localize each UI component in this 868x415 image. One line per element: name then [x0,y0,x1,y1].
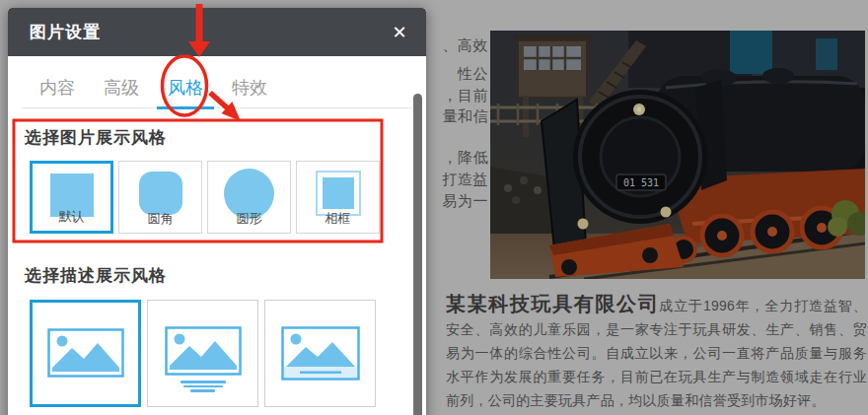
tab-advanced[interactable]: 高级 [93,76,150,109]
clipped-text-line: ，目前 [443,87,489,105]
style-option-label: 圆角 [119,210,201,228]
style-option-rounded[interactable]: 圆角 [118,161,202,234]
company-paragraph: 某某科技玩具有限公司成立于1996年，全力打造益智、安全、高效的儿童乐园，是一家… [446,293,867,412]
dialog-tabs: 内容 高级 风格 特效 [22,56,412,108]
image-style-section-title: 选择图片展示风格 [25,126,426,149]
picture-icon [165,326,242,376]
picture-icon [47,328,124,378]
style-option-label: 相框 [297,210,379,228]
dialog-header: 图片设置 [8,8,426,56]
desc-option-text-below[interactable] [147,300,258,407]
image-settings-dialog: 图片设置 ✕ 内容 高级 风格 特效 选择图片展示风格 默认 圆角 圆形 相框 … [8,8,426,415]
clipped-text-line: 、高效 [443,36,489,55]
picture-with-caption-icon [281,326,360,380]
style-option-frame[interactable]: 相框 [296,161,380,234]
clipped-text-line: 性公 [458,65,488,84]
desc-option-text-overlay[interactable] [264,300,376,407]
dialog-scrollbar-thumb[interactable] [413,94,422,415]
desc-option-image-only[interactable] [30,300,141,407]
style-option-label: 圆形 [208,210,290,228]
company-name: 某某科技玩具有限公司 [446,293,659,314]
style-option-default[interactable]: 默认 [30,161,113,234]
desc-style-section-title: 选择描述展示风格 [25,264,426,287]
train-photo: 01 531 [490,31,865,279]
tab-style[interactable]: 风格 [157,76,214,109]
clipped-text-line: ，降低 [443,149,489,168]
clipped-text-line: 量和信 [443,107,489,126]
tab-effects[interactable]: 特效 [221,76,278,109]
desc-style-options [30,300,426,407]
dialog-title: 图片设置 [8,21,101,43]
rounded-square-shape-icon [139,172,182,215]
clipped-text-line: 易为一 [443,192,489,211]
style-option-label: 默认 [33,208,110,226]
close-icon[interactable]: ✕ [387,20,412,45]
clipped-text-line: 打造益 [443,171,489,189]
tab-content[interactable]: 内容 [29,76,86,109]
style-option-circle[interactable]: 圆形 [207,161,291,234]
image-style-options: 默认 圆角 圆形 相框 [30,161,426,234]
caption-lines-icon [181,380,226,392]
